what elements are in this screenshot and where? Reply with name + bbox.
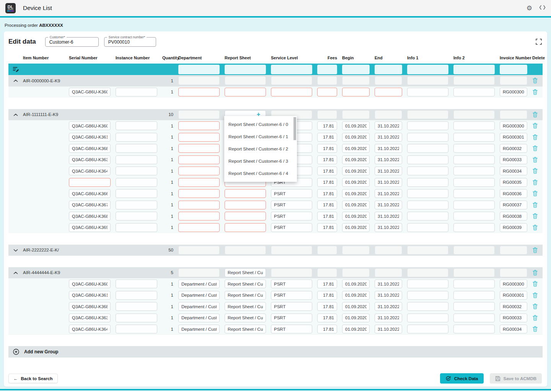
info1-input[interactable] bbox=[407, 189, 448, 198]
info2-input[interactable] bbox=[453, 88, 495, 96]
serial-input[interactable] bbox=[69, 291, 111, 300]
back-to-search-button[interactable]: ← Back to Search bbox=[8, 374, 58, 383]
begin-input[interactable] bbox=[342, 144, 370, 153]
info1-input[interactable] bbox=[407, 133, 448, 142]
info2-input[interactable] bbox=[453, 223, 495, 232]
fees-input[interactable] bbox=[317, 133, 337, 142]
settings-gear-icon[interactable]: ⚙ bbox=[527, 5, 532, 11]
report-input[interactable] bbox=[225, 302, 266, 311]
info1-input[interactable] bbox=[407, 76, 448, 85]
info2-input[interactable] bbox=[453, 325, 495, 333]
invoice-input[interactable] bbox=[500, 201, 527, 209]
fees-input[interactable] bbox=[317, 223, 337, 232]
begin-input[interactable] bbox=[342, 167, 370, 175]
invoice-input[interactable] bbox=[500, 121, 527, 130]
begin-input[interactable] bbox=[342, 133, 370, 142]
fees-input[interactable] bbox=[317, 201, 337, 209]
service-input[interactable] bbox=[271, 189, 312, 198]
invoice-filter-input[interactable] bbox=[500, 65, 527, 74]
info1-input[interactable] bbox=[407, 144, 448, 153]
report-input[interactable] bbox=[225, 268, 266, 277]
serial-input[interactable] bbox=[69, 167, 111, 175]
info1-input[interactable] bbox=[407, 178, 448, 187]
dropdown-option[interactable]: Report Sheet / Customer-6 / 4 bbox=[224, 167, 297, 180]
dept-input[interactable] bbox=[178, 121, 220, 130]
report-input[interactable] bbox=[225, 212, 266, 220]
info1-input[interactable] bbox=[407, 325, 448, 333]
info1-input[interactable] bbox=[407, 302, 448, 311]
serial-input[interactable] bbox=[69, 121, 111, 130]
group-toggle-button[interactable] bbox=[8, 245, 23, 256]
dept-input[interactable] bbox=[178, 325, 220, 333]
end-input[interactable] bbox=[375, 88, 402, 96]
delete-row-button[interactable] bbox=[532, 268, 538, 277]
serial-input[interactable] bbox=[69, 144, 111, 153]
fees-input[interactable] bbox=[317, 246, 337, 255]
info2-input[interactable] bbox=[453, 110, 495, 119]
delete-row-button[interactable] bbox=[532, 223, 538, 232]
delete-row-button[interactable] bbox=[532, 133, 538, 142]
begin-input[interactable] bbox=[342, 110, 370, 119]
info2-input[interactable] bbox=[453, 201, 495, 209]
instance-input[interactable] bbox=[116, 223, 157, 232]
report-input[interactable] bbox=[225, 189, 266, 198]
dept-input[interactable] bbox=[178, 144, 220, 153]
info1-input[interactable] bbox=[407, 88, 448, 96]
service-input[interactable] bbox=[271, 279, 312, 288]
dept-input[interactable] bbox=[178, 246, 220, 255]
invoice-input[interactable] bbox=[500, 212, 527, 220]
invoice-input[interactable] bbox=[500, 110, 527, 119]
info1-input[interactable] bbox=[407, 223, 448, 232]
instance-input[interactable] bbox=[116, 201, 157, 209]
begin-input[interactable] bbox=[342, 279, 370, 288]
report-input[interactable] bbox=[225, 201, 266, 209]
instance-input[interactable] bbox=[116, 88, 157, 96]
begin-input[interactable] bbox=[342, 76, 370, 85]
serial-input[interactable] bbox=[69, 189, 111, 198]
fees-input[interactable] bbox=[317, 279, 337, 288]
service-input[interactable] bbox=[271, 88, 312, 96]
invoice-input[interactable] bbox=[500, 291, 527, 300]
fees-input[interactable] bbox=[317, 144, 337, 153]
fees-input[interactable] bbox=[317, 314, 337, 322]
delete-row-button[interactable] bbox=[532, 212, 538, 220]
fees-filter-input[interactable] bbox=[317, 65, 337, 74]
info2-input[interactable] bbox=[453, 178, 495, 187]
delete-row-button[interactable] bbox=[532, 144, 538, 153]
serial-input[interactable] bbox=[69, 212, 111, 220]
report-input[interactable] bbox=[225, 223, 266, 232]
code-icon[interactable] bbox=[539, 5, 546, 11]
save-to-acmdb-button[interactable]: Save to ACMDB bbox=[490, 373, 542, 384]
dept-input[interactable] bbox=[178, 268, 220, 277]
report-input[interactable] bbox=[225, 279, 266, 288]
end-input[interactable] bbox=[375, 302, 402, 311]
serial-input[interactable] bbox=[69, 201, 111, 209]
dept-input[interactable] bbox=[178, 178, 220, 187]
end-input[interactable] bbox=[375, 189, 402, 198]
end-input[interactable] bbox=[375, 279, 402, 288]
invoice-input[interactable] bbox=[500, 325, 527, 333]
dept-input[interactable] bbox=[178, 155, 220, 164]
dropdown-option[interactable]: Report Sheet / Customer-6 / 1 bbox=[224, 131, 297, 143]
end-input[interactable] bbox=[375, 110, 402, 119]
end-input[interactable] bbox=[375, 201, 402, 209]
begin-input[interactable] bbox=[342, 325, 370, 333]
invoice-input[interactable] bbox=[500, 302, 527, 311]
fees-input[interactable] bbox=[317, 325, 337, 333]
begin-input[interactable] bbox=[342, 223, 370, 232]
delete-row-button[interactable] bbox=[532, 88, 538, 96]
end-input[interactable] bbox=[375, 291, 402, 300]
delete-row-button[interactable] bbox=[532, 155, 538, 164]
serial-input[interactable] bbox=[69, 223, 111, 232]
dept-input[interactable] bbox=[178, 76, 220, 85]
edit-list-icon[interactable] bbox=[8, 67, 23, 72]
fees-input[interactable] bbox=[317, 88, 337, 96]
info1-filter-input[interactable] bbox=[407, 65, 448, 74]
info2-input[interactable] bbox=[453, 291, 495, 300]
begin-input[interactable] bbox=[342, 201, 370, 209]
report-input[interactable] bbox=[225, 291, 266, 300]
end-input[interactable] bbox=[375, 167, 402, 175]
serial-input[interactable] bbox=[69, 302, 111, 311]
service-input[interactable] bbox=[271, 291, 312, 300]
invoice-input[interactable] bbox=[500, 178, 527, 187]
